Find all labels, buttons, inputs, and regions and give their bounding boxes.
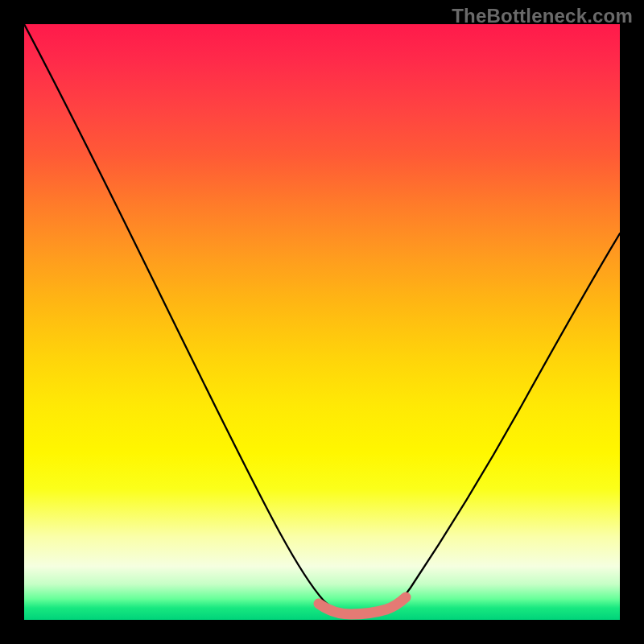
curve-layer <box>24 24 620 620</box>
optimal-band <box>319 597 406 614</box>
chart-stage: TheBottleneck.com <box>0 0 644 644</box>
bottleneck-curve <box>24 24 620 613</box>
plot-area <box>24 24 620 620</box>
